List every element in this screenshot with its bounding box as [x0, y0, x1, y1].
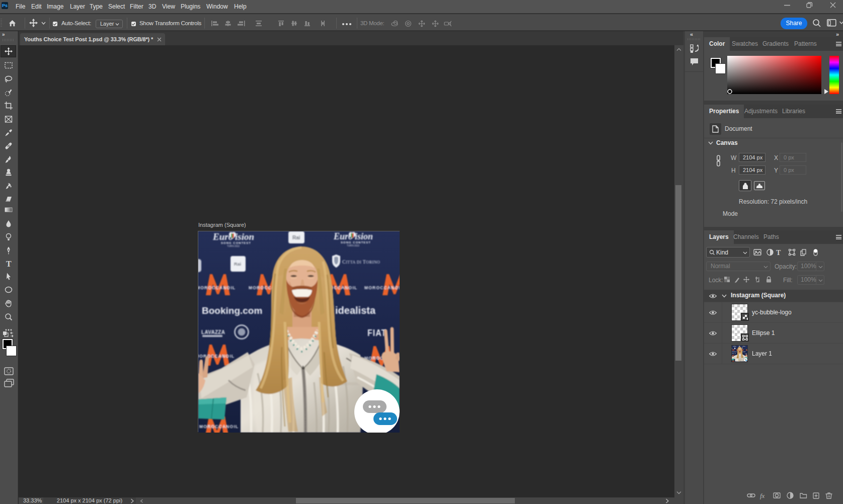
- svg-text:T: T: [776, 249, 781, 257]
- svg-text:fx: fx: [760, 492, 765, 499]
- svg-text:T: T: [6, 260, 12, 268]
